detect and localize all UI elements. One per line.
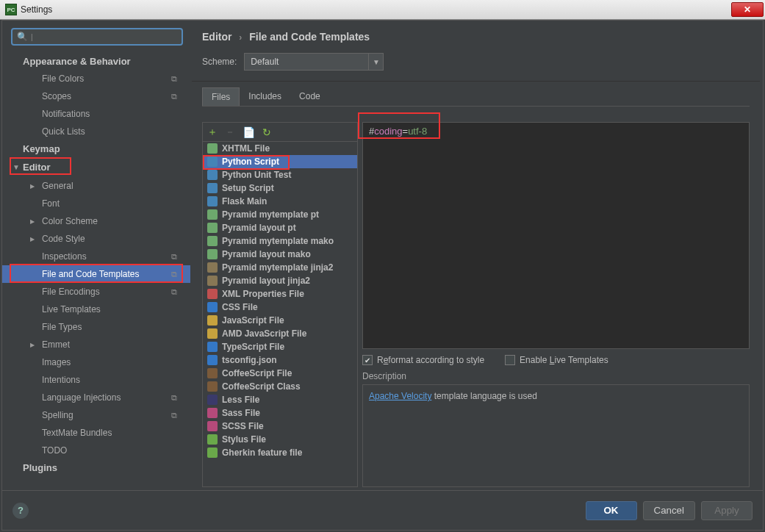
sidebar-item[interactable]: TODO xyxy=(2,442,190,459)
tab-files[interactable]: Files xyxy=(202,87,240,106)
template-item[interactable]: JavaScript File xyxy=(203,314,357,327)
template-item[interactable]: CoffeeScript File xyxy=(203,367,357,380)
sidebar-item[interactable]: Notifications xyxy=(2,105,190,123)
sidebar-item[interactable]: Language Injections⧉ xyxy=(2,389,190,406)
template-label: Pyramid mytemplate mako xyxy=(222,236,334,246)
template-item[interactable]: SCSS File xyxy=(203,420,357,433)
velocity-link[interactable]: Apache Velocity xyxy=(369,391,431,401)
sidebar-item[interactable]: Live Templates xyxy=(2,301,190,318)
sidebar-item[interactable]: Spelling⧉ xyxy=(2,406,190,424)
reformat-checkbox[interactable]: ✔ Reformat according to style xyxy=(362,355,484,365)
template-item[interactable]: Python Script xyxy=(203,155,357,168)
template-label: Less File xyxy=(222,395,259,405)
file-type-icon xyxy=(207,381,218,392)
sidebar-label: Keymap xyxy=(23,143,60,154)
template-item[interactable]: Flask Main xyxy=(203,195,357,208)
file-type-icon xyxy=(207,276,218,286)
window-title: Settings xyxy=(21,4,731,15)
template-label: Gherkin feature file xyxy=(222,447,302,458)
sidebar-cat-editor[interactable]: ▼ Editor xyxy=(2,159,190,176)
template-item[interactable]: XML Properties File xyxy=(203,287,357,301)
refresh-icon[interactable]: ↻ xyxy=(262,126,271,138)
sidebar-item[interactable]: Intentions xyxy=(2,371,190,389)
file-type-icon xyxy=(207,183,218,193)
scope-icon: ⧉ xyxy=(171,270,177,279)
sidebar-item-label: Images xyxy=(42,357,71,367)
template-item[interactable]: Pyramid mytemplate mako xyxy=(203,234,357,248)
template-label: AMD JavaScript File xyxy=(222,328,306,339)
template-item[interactable]: Python Unit Test xyxy=(203,168,357,181)
expand-arrow-icon: ▶ xyxy=(30,183,35,190)
sidebar-item[interactable]: Scopes⧉ xyxy=(2,87,190,105)
sidebar-item[interactable]: Images xyxy=(2,353,190,371)
checkbox-icon: ✔ xyxy=(362,355,373,365)
sidebar-item[interactable]: ▶Code Style xyxy=(2,230,190,248)
editor-panel: #coding=utf-8 ✔ Reformat according to st… xyxy=(362,122,750,487)
template-item[interactable]: CSS File xyxy=(203,301,357,314)
tab-includes[interactable]: Includes xyxy=(240,87,290,106)
tab-code[interactable]: Code xyxy=(290,87,329,106)
sidebar-item[interactable]: File and Code Templates⧉ xyxy=(2,265,190,283)
search-input[interactable] xyxy=(33,32,177,42)
template-label: Flask Main xyxy=(222,196,267,206)
sidebar-item[interactable]: ▶Color Scheme xyxy=(2,212,190,230)
sidebar-item[interactable]: ▶General xyxy=(2,177,190,195)
sidebar-cat-keymap[interactable]: Keymap xyxy=(2,140,190,157)
template-item[interactable]: Pyramid layout pt xyxy=(203,221,357,234)
template-item[interactable]: Stylus File xyxy=(203,433,357,446)
file-type-icon xyxy=(207,315,218,326)
reformat-label: Reformat according to style xyxy=(377,355,484,365)
template-item[interactable]: Pyramid layout jinja2 xyxy=(203,274,357,287)
close-button[interactable]: ✕ xyxy=(731,2,764,17)
help-button[interactable]: ? xyxy=(12,503,29,519)
sidebar-item[interactable]: Quick Lists xyxy=(2,123,190,140)
template-item[interactable]: Gherkin feature file xyxy=(203,446,357,459)
template-item[interactable]: Less File xyxy=(203,393,357,406)
live-templates-checkbox[interactable]: Enable Live Templates xyxy=(505,355,608,365)
sidebar-item[interactable]: File Types xyxy=(2,318,190,336)
template-label: CoffeeScript File xyxy=(222,368,292,378)
app-icon: PC xyxy=(5,4,17,15)
chevron-down-icon: ▼ xyxy=(368,54,383,70)
cancel-button[interactable]: Cancel xyxy=(643,501,696,520)
breadcrumb: Editor › File and Code Templates xyxy=(192,24,760,47)
template-item[interactable]: AMD JavaScript File xyxy=(203,327,357,340)
template-list[interactable]: XHTML FilePython ScriptPython Unit TestS… xyxy=(203,142,357,486)
template-item[interactable]: Pyramid mytemplate jinja2 xyxy=(203,261,357,274)
template-item[interactable]: Pyramid mytemplate pt xyxy=(203,208,357,221)
sidebar-item[interactable]: TextMate Bundles xyxy=(2,424,190,442)
file-type-icon xyxy=(207,209,218,220)
ok-button[interactable]: OK xyxy=(586,501,637,520)
code-editor[interactable]: #coding=utf-8 xyxy=(362,122,750,349)
sidebar-item-label: File Types xyxy=(42,322,82,332)
expand-arrow-icon: ▶ xyxy=(30,236,35,242)
sidebar-cat-appearance[interactable]: Appearance & Behavior xyxy=(2,53,190,70)
template-item[interactable]: Sass File xyxy=(203,406,357,420)
template-label: XML Properties File xyxy=(222,289,304,299)
template-item[interactable]: Pyramid layout mako xyxy=(203,248,357,261)
template-item[interactable]: XHTML File xyxy=(203,142,357,155)
sidebar-item[interactable]: Inspections⧉ xyxy=(2,248,190,265)
sidebar-item[interactable]: File Colors⧉ xyxy=(2,70,190,87)
remove-icon[interactable]: － xyxy=(225,126,235,139)
scheme-select[interactable]: Default ▼ xyxy=(244,53,384,71)
checkbox-icon xyxy=(505,355,515,365)
settings-search[interactable]: 🔍 | xyxy=(11,28,183,46)
scheme-label: Scheme: xyxy=(202,57,237,67)
add-icon[interactable]: ＋ xyxy=(207,126,218,139)
copy-icon[interactable]: 📄 xyxy=(243,126,255,138)
sidebar-item[interactable]: Font xyxy=(2,195,190,212)
sidebar-cat-plugins[interactable]: Plugins xyxy=(2,459,190,476)
sidebar-item[interactable]: File Encodings⧉ xyxy=(2,283,190,301)
apply-button[interactable]: Apply xyxy=(701,501,753,520)
sidebar-item-label: Live Templates xyxy=(42,304,101,314)
scheme-value: Default xyxy=(251,57,279,67)
sidebar-item[interactable]: ▶Emmet xyxy=(2,336,190,353)
template-item[interactable]: TypeScript File xyxy=(203,340,357,353)
content-area: ＋ － 📄 ↻ XHTML FilePython ScriptPython Un… xyxy=(202,122,750,487)
template-toolbar: ＋ － 📄 ↻ xyxy=(203,123,357,142)
template-item[interactable]: CoffeeScript Class xyxy=(203,380,357,393)
expand-arrow-icon: ▼ xyxy=(12,163,20,171)
template-item[interactable]: tsconfig.json xyxy=(203,353,357,367)
template-item[interactable]: Setup Script xyxy=(203,181,357,195)
